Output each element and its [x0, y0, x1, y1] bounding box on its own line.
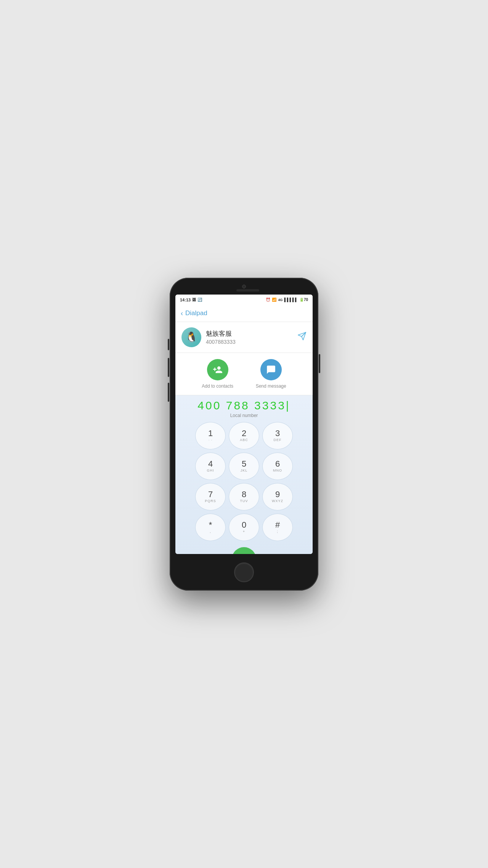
key-1-button[interactable]: 1· · — [195, 422, 226, 449]
key-3-digit: 3 — [275, 429, 280, 438]
alarm-icon: ⏰ — [266, 298, 270, 302]
hide-dialpad-button[interactable] — [195, 549, 215, 554]
call-button[interactable] — [232, 547, 256, 554]
local-number-label: Local number — [230, 413, 258, 418]
key-#-digit: # — [275, 521, 280, 529]
contact-number: 4007883333 — [206, 339, 236, 345]
contact-avatar: 🐧 — [181, 327, 201, 347]
key-9-button[interactable]: 9WXYZ — [262, 483, 293, 510]
sync-icon: 🔄 — [197, 298, 202, 302]
keypad: 1· ·2ABC3DEF4GHI5JKL6MNO7PQRS8TUV9WXYZ*,… — [195, 422, 293, 541]
status-bar: 14:13 🖼 🔄 ⏰ 📶 4G ▌▌▌▌▌ 🔋70 — [175, 295, 313, 305]
key-6-button[interactable]: 6MNO — [262, 453, 293, 480]
home-button-area — [234, 554, 254, 591]
contact-left: 🐧 魅族客服 4007883333 — [181, 327, 236, 347]
key-0-digit: 0 — [242, 521, 246, 529]
status-time: 14:13 🖼 🔄 — [180, 298, 202, 302]
key-8-button[interactable]: 8TUV — [229, 483, 259, 510]
status-indicators: ⏰ 📶 4G ▌▌▌▌▌ 🔋70 — [266, 298, 308, 302]
key-5-letters: JKL — [241, 469, 248, 472]
send-message-label: Send message — [256, 383, 286, 389]
home-button[interactable] — [234, 562, 254, 582]
key-4-button[interactable]: 4GHI — [195, 453, 226, 480]
time-display: 14:13 — [180, 298, 191, 302]
volume-up-button[interactable] — [168, 358, 169, 377]
key-2-digit: 2 — [242, 429, 246, 438]
key-7-letters: PQRS — [205, 499, 216, 503]
signal-bars: ▌▌▌▌▌ — [284, 298, 297, 302]
back-button[interactable]: ‹ — [181, 309, 183, 317]
key-3-button[interactable]: 3DEF — [262, 422, 293, 449]
key-5-button[interactable]: 5JKL — [229, 453, 259, 480]
contact-section: 🐧 魅族客服 4007883333 — [175, 322, 313, 353]
key-5-digit: 5 — [242, 460, 246, 468]
key-7-button[interactable]: 7PQRS — [195, 483, 226, 510]
dialpad-area: 400 788 3333| Local number 1· ·2ABC3DEF4… — [175, 395, 313, 554]
key-0-button[interactable]: 0+ — [229, 514, 259, 541]
key-*-letters: , — [210, 530, 211, 533]
key-8-letters: TUV — [240, 499, 248, 503]
key-2-button[interactable]: 2ABC — [229, 422, 259, 449]
key-4-digit: 4 — [208, 460, 213, 468]
key-9-letters: WXYZ — [272, 499, 283, 503]
add-to-contacts-action[interactable]: Add to contacts — [202, 359, 233, 389]
phone-device: 14:13 🖼 🔄 ⏰ 📶 4G ▌▌▌▌▌ 🔋70 ‹ Dialpad — [170, 278, 318, 591]
power-button[interactable] — [319, 354, 320, 373]
key-8-digit: 8 — [242, 490, 246, 499]
key-7-digit: 7 — [208, 490, 213, 499]
avatar-emoji: 🐧 — [185, 331, 197, 343]
signal-icon: 4G — [278, 298, 283, 302]
send-message-action[interactable]: Send message — [256, 359, 286, 389]
contact-name: 魅族客服 — [206, 329, 236, 338]
battery-indicator: 🔋70 — [299, 298, 308, 302]
bottom-actions — [175, 545, 313, 554]
key-2-letters: ABC — [240, 438, 248, 442]
key-*-button[interactable]: *, — [195, 514, 226, 541]
send-message-icon — [260, 359, 282, 380]
volume-silent-button[interactable] — [168, 339, 169, 350]
contact-info: 魅族客服 4007883333 — [206, 329, 236, 345]
key-*-digit: * — [209, 521, 212, 529]
key-4-letters: GHI — [207, 469, 214, 472]
key-1-digit: 1 — [208, 429, 213, 438]
front-camera — [242, 285, 246, 288]
quick-actions: Add to contacts Send message — [175, 353, 313, 395]
volume-down-button[interactable] — [168, 383, 169, 402]
clear-button[interactable] — [273, 549, 293, 554]
top-navigation: ‹ Dialpad — [175, 305, 313, 322]
key-6-letters: MNO — [273, 469, 282, 472]
add-to-contacts-label: Add to contacts — [202, 383, 233, 389]
photo-icon: 🖼 — [192, 298, 196, 302]
dialed-number: 400 788 3333| — [197, 399, 290, 412]
key-1-letters: · · — [209, 438, 213, 442]
screen: 14:13 🖼 🔄 ⏰ 📶 4G ▌▌▌▌▌ 🔋70 ‹ Dialpad — [175, 295, 313, 554]
key-3-letters: DEF — [274, 438, 282, 442]
key-6-digit: 6 — [275, 460, 280, 468]
key-9-digit: 9 — [275, 490, 280, 499]
wifi-icon: 📶 — [272, 298, 276, 302]
phone-top-bar — [170, 278, 318, 291]
send-icon[interactable] — [297, 332, 307, 343]
earpiece-speaker — [236, 289, 259, 291]
nav-title: Dialpad — [185, 309, 207, 317]
key-#-button[interactable]: #; — [262, 514, 293, 541]
add-contact-icon — [207, 359, 228, 380]
key-0-letters: + — [243, 530, 245, 533]
key-#-letters: ; — [277, 530, 278, 533]
